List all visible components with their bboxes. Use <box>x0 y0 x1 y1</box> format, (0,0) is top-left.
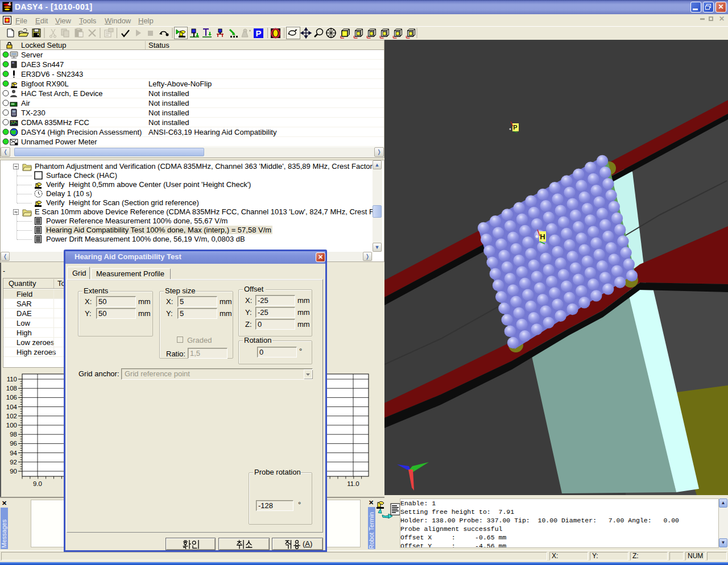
svg-text:102: 102 <box>6 413 17 419</box>
svg-text:100: 100 <box>6 422 17 429</box>
svg-text:92: 92 <box>10 459 17 466</box>
svg-text:P: P <box>255 28 261 38</box>
svg-text:11.0: 11.0 <box>347 480 359 487</box>
svg-text:H: H <box>540 232 545 241</box>
svg-text:96: 96 <box>10 440 17 447</box>
svg-text:90: 90 <box>10 468 17 475</box>
svg-text:94: 94 <box>10 450 17 456</box>
svg-text:104: 104 <box>6 404 18 410</box>
svg-text:98: 98 <box>10 431 17 438</box>
svg-text:106: 106 <box>6 394 17 401</box>
svg-text:P: P <box>513 124 517 131</box>
svg-text:9.0: 9.0 <box>33 480 42 487</box>
svg-text:108: 108 <box>6 385 17 392</box>
svg-text:110: 110 <box>7 376 17 383</box>
